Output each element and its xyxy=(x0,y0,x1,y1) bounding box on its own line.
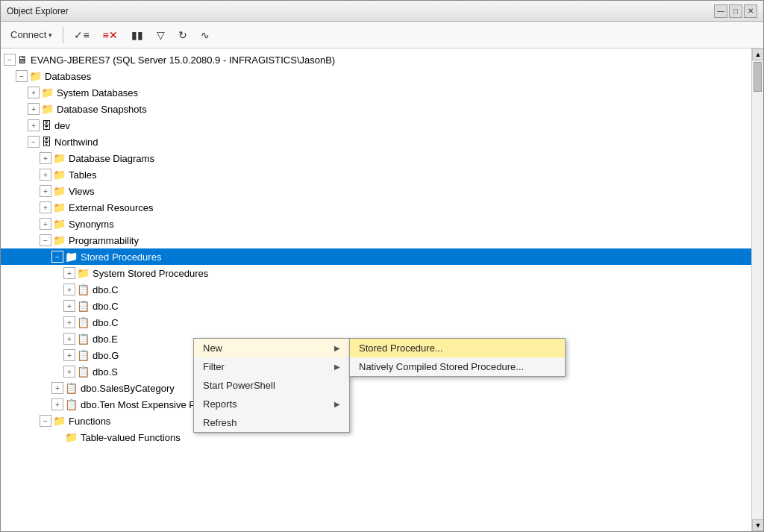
refresh-label: Refresh xyxy=(203,417,237,428)
proc-salesbycategory[interactable]: + 📋 dbo.SalesByCategory xyxy=(1,380,751,396)
northwind-expand-btn[interactable]: − xyxy=(28,136,40,148)
window-title: Object Explorer xyxy=(7,6,69,16)
sbc-icon: 📋 xyxy=(65,382,78,394)
stored-procedure-label: Stored Procedure... xyxy=(359,342,443,354)
views-node[interactable]: + 📁 Views xyxy=(1,183,751,199)
synonyms-icon: 📁 xyxy=(53,218,66,230)
db-diagrams-expand-btn[interactable]: + xyxy=(40,152,51,164)
functions-expand-btn[interactable]: − xyxy=(40,415,51,427)
server-node[interactable]: − 🖥 EVANG-JBERES7 (SQL Server 15.0.2080.… xyxy=(1,51,751,68)
db-diagrams-node[interactable]: + 📁 Database Diagrams xyxy=(1,150,751,166)
stored-procedures-node[interactable]: − 📁 Stored Procedures xyxy=(1,248,751,265)
filter-tree-button[interactable]: ✓≡ xyxy=(69,26,94,44)
system-databases-expand-btn[interactable]: + xyxy=(28,87,40,98)
proc-3-expand-btn[interactable]: + xyxy=(63,316,75,328)
context-menu-new[interactable]: New ▶ xyxy=(194,339,349,357)
stored-proc-expand-btn[interactable]: − xyxy=(51,251,63,263)
ext-res-label: External Resources xyxy=(69,202,153,213)
synonyms-node[interactable]: + 📁 Synonyms xyxy=(1,216,751,232)
stored-proc-label: Stored Procedures xyxy=(81,251,161,263)
proc-3-label: dbo.C xyxy=(93,317,119,328)
connect-button[interactable]: Connect ▾ xyxy=(5,26,57,43)
server-label: EVANG-JBERES7 (SQL Server 15.0.2080.9 - … xyxy=(31,54,335,66)
sbc-expand-btn[interactable]: + xyxy=(51,382,63,394)
refresh-icon: ↻ xyxy=(178,29,187,41)
databases-expand-btn[interactable]: − xyxy=(16,70,28,82)
new-label: New xyxy=(203,342,222,354)
system-stored-proc-node[interactable]: + 📁 System Stored Procedures xyxy=(1,265,751,281)
tme-expand-btn[interactable]: + xyxy=(51,398,63,410)
sys-sp-label: System Stored Procedures xyxy=(93,268,208,279)
tme-icon: 📋 xyxy=(65,398,78,410)
proc-custordersdetail[interactable]: + 📋 dbo.C xyxy=(1,298,751,314)
tables-icon: 📁 xyxy=(53,169,66,181)
sys-sp-expand-btn[interactable]: + xyxy=(63,267,75,279)
northwind-node[interactable]: − 🗄 Northwind xyxy=(1,134,751,150)
context-menu-reports[interactable]: Reports ▶ xyxy=(194,395,349,413)
proc-4-expand-btn[interactable]: + xyxy=(63,333,75,345)
proc-5-label: dbo.G xyxy=(93,350,119,361)
proc-ten-most-expensive[interactable]: + 📋 dbo.Ten Most Expensive Products xyxy=(1,396,751,413)
synonyms-label: Synonyms xyxy=(69,219,114,230)
db-snapshots-node[interactable]: + 📁 Database Snapshots xyxy=(1,101,751,117)
activity-button[interactable]: ∿ xyxy=(195,26,215,44)
close-button[interactable]: ✕ xyxy=(744,4,757,18)
scroll-up-button[interactable]: ▲ xyxy=(752,48,763,60)
proc-2-expand-btn[interactable]: + xyxy=(63,300,75,312)
system-databases-label: System Databases xyxy=(57,87,138,98)
toolbar: Connect ▾ ✓≡ ≡✕ ▮▮ ▽ ↻ ∿ xyxy=(1,22,763,48)
proc-2-label: dbo.C xyxy=(93,301,119,312)
databases-node[interactable]: − 📁 Databases xyxy=(1,68,751,84)
submenu-stored-procedure[interactable]: Stored Procedure... xyxy=(350,339,565,357)
proc-6-expand-btn[interactable]: + xyxy=(63,366,75,378)
system-databases-folder-icon: 📁 xyxy=(41,87,54,98)
proc-custorderhist[interactable]: + 📋 dbo.C xyxy=(1,281,751,298)
tree-area[interactable]: − 🖥 EVANG-JBERES7 (SQL Server 15.0.2080.… xyxy=(1,48,751,531)
tables-node[interactable]: + 📁 Tables xyxy=(1,166,751,183)
refresh-button[interactable]: ↻ xyxy=(173,26,192,44)
server-expand-btn[interactable]: − xyxy=(4,54,16,66)
ext-res-expand-btn[interactable]: + xyxy=(40,201,51,213)
scroll-down-button[interactable]: ▼ xyxy=(752,519,763,531)
proc-4-label: dbo.E xyxy=(93,334,118,345)
context-menu-powershell[interactable]: Start PowerShell xyxy=(194,376,349,395)
db-snapshots-expand-btn[interactable]: + xyxy=(28,103,40,115)
proc-1-icon: 📋 xyxy=(77,284,90,295)
synonyms-expand-btn[interactable]: + xyxy=(40,218,51,230)
proc-1-expand-btn[interactable]: + xyxy=(63,284,75,295)
activity-icon: ∿ xyxy=(201,29,210,41)
scroll-thumb[interactable] xyxy=(754,62,762,92)
context-menu-filter[interactable]: Filter ▶ xyxy=(194,357,349,376)
dev-label: dev xyxy=(54,120,70,131)
reports-arrow-icon: ▶ xyxy=(334,400,340,408)
db-snapshots-label: Database Snapshots xyxy=(57,104,147,115)
views-expand-btn[interactable]: + xyxy=(40,185,51,197)
main-content: − 🖥 EVANG-JBERES7 (SQL Server 15.0.2080.… xyxy=(1,48,763,531)
databases-label: Databases xyxy=(45,71,91,82)
db-diagrams-icon: 📁 xyxy=(53,152,66,164)
external-resources-node[interactable]: + 📁 External Resources xyxy=(1,199,751,216)
programmability-node[interactable]: − 📁 Programmability xyxy=(1,232,751,248)
table-valued-functions-node[interactable]: 📁 Table-valued Functions xyxy=(1,429,751,445)
dev-expand-btn[interactable]: + xyxy=(28,119,40,131)
filter-button[interactable]: ▽ xyxy=(151,26,170,44)
main-window: Object Explorer — □ ✕ Connect ▾ ✓≡ ≡✕ ▮▮… xyxy=(0,0,764,532)
dev-db-node[interactable]: + 🗄 dev xyxy=(1,117,751,134)
remove-filter-icon: ≡✕ xyxy=(103,29,118,41)
server-icon: 🖥 xyxy=(17,54,28,66)
vertical-scrollbar[interactable]: ▲ ▼ xyxy=(751,48,763,531)
proc-5-expand-btn[interactable]: + xyxy=(63,349,75,361)
tvf-icon: 📁 xyxy=(65,431,78,443)
pause-button[interactable]: ▮▮ xyxy=(126,26,148,44)
minimize-button[interactable]: — xyxy=(714,4,727,18)
context-menu-refresh[interactable]: Refresh xyxy=(194,413,349,432)
programmability-expand-btn[interactable]: − xyxy=(40,234,51,246)
submenu-natively-compiled[interactable]: Natively Compiled Stored Procedure... xyxy=(350,357,565,376)
maximize-button[interactable]: □ xyxy=(729,4,742,18)
system-databases-node[interactable]: + 📁 System Databases xyxy=(1,84,751,101)
proc-6-label: dbo.S xyxy=(93,366,118,378)
proc-custordersorders[interactable]: + 📋 dbo.C xyxy=(1,314,751,331)
remove-filter-button[interactable]: ≡✕ xyxy=(98,26,123,44)
functions-node[interactable]: − 📁 Functions xyxy=(1,413,751,429)
tables-expand-btn[interactable]: + xyxy=(40,169,51,181)
